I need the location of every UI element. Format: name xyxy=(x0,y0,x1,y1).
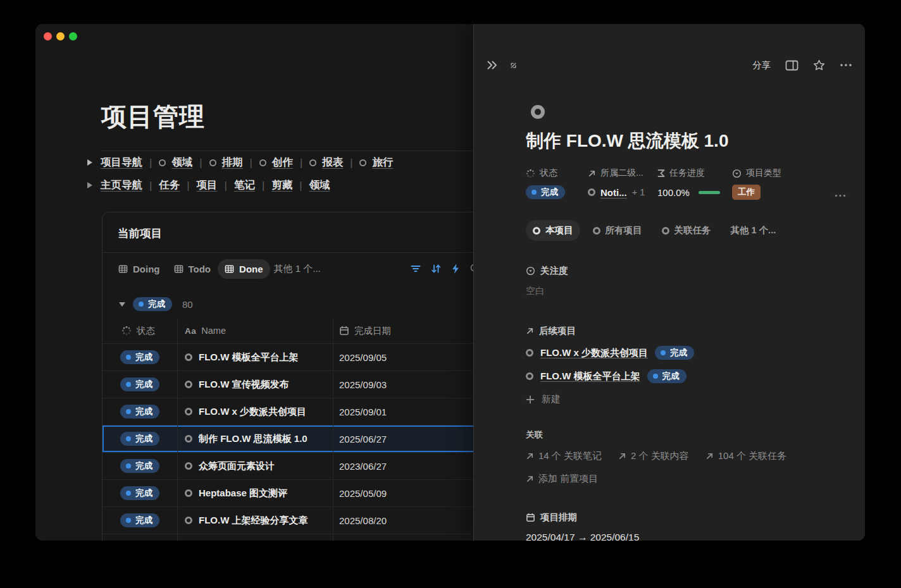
status-badge[interactable]: 完成 xyxy=(526,185,565,199)
project-name[interactable]: FLO.W 宣传视频发布 xyxy=(199,379,289,391)
project-name[interactable]: 众筹页面元素设计 xyxy=(199,460,275,472)
status-badge[interactable]: 完成 xyxy=(120,486,159,500)
status-badge[interactable]: 完成 xyxy=(120,459,159,473)
separator: | xyxy=(262,180,264,192)
status-badge[interactable]: 完成 xyxy=(120,405,159,419)
tab-more-views[interactable]: 其他 1 个... xyxy=(724,220,783,241)
status-dot-icon xyxy=(531,190,537,195)
ellipsis-icon xyxy=(835,194,846,197)
attention-empty-value[interactable]: 空白 xyxy=(526,285,846,297)
column-header-status[interactable]: 状态 xyxy=(103,318,177,343)
select-property-icon xyxy=(732,169,742,178)
property-progress[interactable]: 任务进度 100.0% xyxy=(657,168,732,200)
relation-arrow-icon xyxy=(588,169,596,178)
expand-fullpage-icon[interactable] xyxy=(509,61,518,70)
section-followup-projects: 后续项目 FLO.W x 少数派共创项目 完成 FLO.W 模板全平台上架 完成… xyxy=(526,325,846,405)
project-name[interactable]: Heptabase 图文测评 xyxy=(199,487,287,499)
nav-mention-create[interactable]: 创作 xyxy=(259,156,293,169)
nav-link-project-nav[interactable]: 项目导航 xyxy=(101,156,142,169)
schedule-date-range[interactable]: 2025/04/17 → 2025/06/15 xyxy=(526,532,846,541)
share-button[interactable]: 分享 xyxy=(752,59,771,71)
collapse-group-icon[interactable] xyxy=(119,302,125,307)
automation-bolt-icon[interactable] xyxy=(450,263,461,274)
favorite-star-icon[interactable] xyxy=(813,59,825,71)
peek-page-title[interactable]: 制作 FLO.W 思流模板 1.0 xyxy=(526,129,846,153)
followup-item[interactable]: FLO.W x 少数派共创项目 完成 xyxy=(526,345,846,360)
view-tab-todo[interactable]: Todo xyxy=(167,259,218,279)
nav-link-clips[interactable]: 剪藏 xyxy=(271,178,292,192)
project-name[interactable]: 制作 FLO.W 思流模板 1.0 xyxy=(199,433,308,445)
status-badge[interactable]: 完成 xyxy=(120,432,159,446)
zoom-window-button[interactable] xyxy=(69,32,77,40)
nav-link-tasks[interactable]: 任务 xyxy=(159,178,180,192)
done-date[interactable]: 2025/08/20 xyxy=(339,515,387,526)
close-peek-icon[interactable] xyxy=(487,60,499,70)
view-tab-done[interactable]: Done xyxy=(218,259,270,279)
project-name[interactable]: FLO.W 模板全平台上架 xyxy=(199,352,299,364)
minimize-window-button[interactable] xyxy=(56,32,65,40)
followup-item[interactable]: FLO.W 模板全平台上架 完成 xyxy=(526,369,846,384)
property-parent[interactable]: 所属二级... Noti...+ 1 xyxy=(588,168,657,200)
page-circle-icon xyxy=(185,408,192,415)
project-name[interactable]: FLO.W 上架经验分享文章 xyxy=(199,515,308,527)
filter-icon[interactable] xyxy=(410,263,421,274)
view-tab-doing[interactable]: Doing xyxy=(111,259,167,279)
status-badge[interactable]: 完成 xyxy=(120,377,159,391)
property-type[interactable]: 项目类型 工作 xyxy=(732,168,800,200)
new-followup-button[interactable]: 新建 xyxy=(526,393,846,405)
more-properties-button[interactable] xyxy=(835,194,846,197)
nav-mention-schedule[interactable]: 排期 xyxy=(209,156,243,169)
done-date[interactable]: 2025/05/09 xyxy=(339,488,387,499)
relation-value[interactable]: Noti... xyxy=(600,187,627,198)
followup-item-title[interactable]: FLO.W 模板全平台上架 xyxy=(540,371,640,383)
add-predecessor-button[interactable]: 添加 前置项目 xyxy=(526,473,846,485)
done-date[interactable]: 2025/06/27 xyxy=(339,434,387,444)
status-dot-icon xyxy=(653,374,658,379)
relation-arrow-icon xyxy=(705,452,714,460)
plus-icon xyxy=(526,395,535,404)
nav-link-domain[interactable]: 领域 xyxy=(309,178,330,192)
linked-tasks-link[interactable]: 104 个 关联任务 xyxy=(705,450,786,462)
status-badge[interactable]: 完成 xyxy=(120,350,159,364)
status-dot-icon xyxy=(126,409,131,414)
status-badge[interactable]: 完成 xyxy=(120,513,159,527)
linked-view-tabs: 本项目 所有项目 关联任务 其他 1 个... xyxy=(526,220,846,241)
nav-link-projects[interactable]: 项目 xyxy=(197,178,218,192)
separator: | xyxy=(149,180,152,192)
done-date[interactable]: 2025/09/01 xyxy=(339,407,387,417)
linked-notes-link[interactable]: 14 个 关联笔记 xyxy=(526,450,602,462)
project-name[interactable]: FLO.W x 少数派共创项目 xyxy=(199,406,306,418)
nav-mention-travel[interactable]: 旅行 xyxy=(359,156,393,169)
attention-label: 关注度 xyxy=(526,265,846,277)
nav-mention-domain[interactable]: 领域 xyxy=(159,156,192,169)
tab-linked-tasks[interactable]: 关联任务 xyxy=(655,220,718,241)
more-views-button[interactable]: 其他 1 个... xyxy=(274,263,321,275)
toggle-open-icon[interactable] xyxy=(87,159,92,166)
column-header-name[interactable]: Aa Name xyxy=(177,318,333,343)
rollup-sigma-icon xyxy=(657,169,665,178)
page-icon[interactable] xyxy=(531,105,545,119)
sort-icon[interactable] xyxy=(430,263,442,274)
property-status[interactable]: 状态 完成 xyxy=(526,168,588,200)
nav-mention-report[interactable]: 报表 xyxy=(309,156,343,169)
more-options-icon[interactable] xyxy=(840,63,852,67)
tab-this-project[interactable]: 本项目 xyxy=(526,220,580,241)
nav-link-home-nav[interactable]: 主页导航 xyxy=(101,178,142,192)
side-peek-layout-icon[interactable] xyxy=(785,60,798,71)
status-dot-icon xyxy=(661,350,666,355)
group-status-badge[interactable]: 完成 xyxy=(133,297,172,311)
relation-extra-count[interactable]: + 1 xyxy=(632,187,645,197)
done-date[interactable]: 2025/09/05 xyxy=(339,352,387,363)
type-badge[interactable]: 工作 xyxy=(732,185,761,200)
done-date[interactable]: 2023/06/27 xyxy=(339,461,387,472)
toggle-open-icon[interactable] xyxy=(87,182,92,188)
close-window-button[interactable] xyxy=(44,32,52,40)
followup-item-title[interactable]: FLO.W x 少数派共创项目 xyxy=(540,347,648,359)
tab-all-projects[interactable]: 所有项目 xyxy=(586,220,649,241)
table-icon xyxy=(174,264,183,274)
nav-link-notes[interactable]: 笔记 xyxy=(234,178,255,192)
page-circle-icon xyxy=(309,159,316,166)
page-circle-icon xyxy=(259,159,266,166)
linked-content-link[interactable]: 2 个 关联内容 xyxy=(618,450,689,462)
done-date[interactable]: 2025/09/03 xyxy=(339,379,387,390)
